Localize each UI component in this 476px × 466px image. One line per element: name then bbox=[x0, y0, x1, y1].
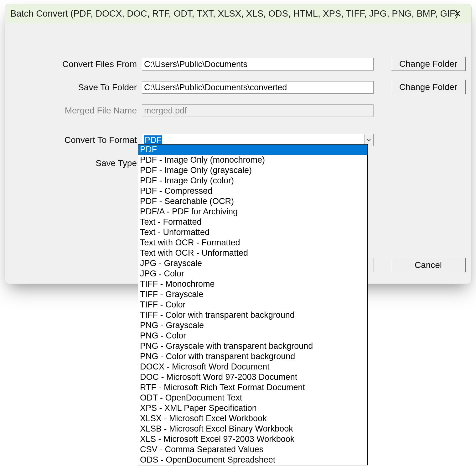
format-option[interactable]: Text with OCR - Formatted bbox=[138, 238, 367, 248]
format-option[interactable]: TIFF - Monochrome bbox=[138, 279, 367, 289]
format-option[interactable]: PNG - Grayscale with transparent backgro… bbox=[138, 341, 367, 351]
save-to-folder-input[interactable]: C:\Users\Public\Documents\converted bbox=[142, 81, 374, 94]
label-save-type: Save Type bbox=[24, 158, 137, 168]
format-option[interactable]: RTF - Microsoft Rich Text Format Documen… bbox=[138, 382, 367, 393]
label-convert-files-from: Convert Files From bbox=[24, 59, 137, 69]
close-button[interactable]: ✕ bbox=[446, 4, 468, 23]
convert-to-format-dropdown[interactable]: PDFPDF - Image Only (monochrome)PDF - Im… bbox=[138, 144, 368, 465]
format-option[interactable]: PDF - Searchable (OCR) bbox=[138, 196, 367, 207]
format-option[interactable]: Text with OCR - Unformatted bbox=[138, 248, 367, 258]
save-to-folder-value: C:\Users\Public\Documents\converted bbox=[144, 83, 287, 92]
convert-files-from-value: C:\Users\Public\Documents bbox=[144, 60, 247, 69]
format-option[interactable]: ODT - OpenDocument Text bbox=[138, 393, 367, 403]
format-option[interactable]: CSV - Comma Separated Values bbox=[138, 444, 367, 455]
format-option[interactable]: JPG - Color bbox=[138, 269, 367, 279]
format-option[interactable]: XLSX - Microsoft Excel Workbook bbox=[138, 413, 367, 424]
label-merged-file-name: Merged File Name bbox=[24, 106, 137, 116]
format-option[interactable]: PDF/A - PDF for Archiving bbox=[138, 207, 367, 217]
format-option[interactable]: PDF - Image Only (monochrome) bbox=[138, 155, 367, 165]
format-option[interactable]: PDF - Image Only (grayscale) bbox=[138, 165, 367, 175]
format-option[interactable]: XPS - XML Paper Specification bbox=[138, 403, 367, 413]
format-option[interactable]: PDF - Compressed bbox=[138, 186, 367, 196]
format-option[interactable]: Text - Unformatted bbox=[138, 227, 367, 238]
label-save-to-folder: Save To Folder bbox=[24, 82, 137, 92]
format-option[interactable]: JPG - Grayscale bbox=[138, 258, 367, 269]
format-option[interactable]: XLS - Microsoft Excel 97-2003 Workbook bbox=[138, 434, 367, 444]
format-option[interactable]: PDF bbox=[138, 144, 367, 155]
format-option[interactable]: TIFF - Color bbox=[138, 300, 367, 310]
format-option[interactable]: Text - Formatted bbox=[138, 217, 367, 227]
format-option[interactable]: PDF - Image Only (color) bbox=[138, 175, 367, 186]
close-icon: ✕ bbox=[454, 8, 461, 19]
change-folder-from-button[interactable]: Change Folder bbox=[391, 57, 466, 71]
format-option[interactable]: XLSB - Microsoft Excel Binary Workbook bbox=[138, 424, 367, 434]
chevron-down-icon bbox=[367, 139, 371, 141]
merged-file-name-input: merged.pdf bbox=[142, 104, 374, 117]
convert-files-from-input[interactable]: C:\Users\Public\Documents bbox=[142, 58, 374, 71]
format-option[interactable]: PNG - Grayscale bbox=[138, 320, 367, 331]
cancel-button[interactable]: Cancel bbox=[391, 258, 466, 272]
label-convert-to-format: Convert To Format bbox=[24, 135, 137, 145]
format-option[interactable]: TIFF - Grayscale bbox=[138, 289, 367, 300]
format-option[interactable]: ODS - OpenDocument Spreadsheet bbox=[138, 455, 367, 465]
dialog-title: Batch Convert (PDF, DOCX, DOC, RTF, ODT,… bbox=[10, 8, 458, 19]
format-option[interactable]: PNG - Color with transparent background bbox=[138, 351, 367, 362]
format-option[interactable]: DOCX - Microsoft Word Document bbox=[138, 362, 367, 372]
format-option[interactable]: TIFF - Color with transparent background bbox=[138, 310, 367, 320]
change-folder-to-button[interactable]: Change Folder bbox=[391, 80, 466, 94]
merged-file-name-value: merged.pdf bbox=[144, 106, 187, 116]
format-option[interactable]: PNG - Color bbox=[138, 331, 367, 341]
titlebar: Batch Convert (PDF, DOCX, DOC, RTF, ODT,… bbox=[5, 4, 471, 23]
format-option[interactable]: DOC - Microsoft Word 97-2003 Document bbox=[138, 372, 367, 382]
